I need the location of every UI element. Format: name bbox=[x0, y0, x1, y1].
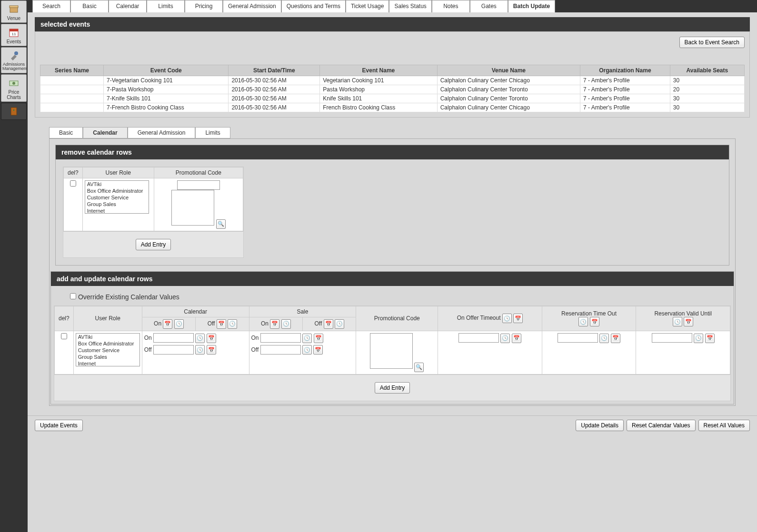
calendar-icon[interactable]: 📅 bbox=[512, 334, 521, 343]
sub-tab-calendar[interactable]: Calendar bbox=[83, 127, 127, 138]
res-timeout-input[interactable] bbox=[558, 333, 598, 343]
top-tab-basic[interactable]: Basic bbox=[70, 0, 109, 12]
add-entry-button[interactable]: Add Entry bbox=[136, 239, 171, 250]
search-icon[interactable]: 🔍 bbox=[414, 363, 424, 372]
clock-icon[interactable]: 🕓 bbox=[174, 319, 184, 329]
footer-bar: Update Events Update Details Reset Calen… bbox=[28, 415, 757, 435]
reset-calendar-button[interactable]: Reset Calendar Values bbox=[627, 420, 696, 431]
list-item[interactable]: Group Sales bbox=[76, 354, 139, 360]
sidebar-item-venue[interactable]: Venue bbox=[1, 0, 27, 23]
table-row[interactable]: 7-French Bistro Cooking Class2016-05-30 … bbox=[40, 103, 745, 112]
clock-icon[interactable]: 🕓 bbox=[195, 345, 205, 355]
clock-icon[interactable]: 🕓 bbox=[195, 334, 205, 343]
top-tab-limits[interactable]: Limits bbox=[147, 0, 185, 12]
top-tab-notes[interactable]: Notes bbox=[432, 0, 470, 12]
calendar-icon[interactable]: 📅 bbox=[314, 334, 323, 343]
sub-tab-general-admission[interactable]: General Admission bbox=[128, 127, 196, 138]
clock-icon[interactable]: 🕓 bbox=[599, 334, 609, 343]
del-checkbox[interactable] bbox=[70, 180, 76, 187]
user-role-list[interactable]: AVTikiBox Office AdministratorCustomer S… bbox=[85, 180, 149, 214]
calendar-icon[interactable]: 📅 bbox=[207, 334, 216, 343]
add-entry-button[interactable]: Add Entry bbox=[375, 382, 410, 394]
list-item[interactable]: Group Sales bbox=[85, 201, 149, 207]
user-role-list[interactable]: AVTikiBox Office AdministratorCustomer S… bbox=[76, 333, 140, 366]
sale-on-input[interactable] bbox=[260, 333, 301, 343]
clock-icon[interactable]: 🕓 bbox=[502, 314, 512, 323]
calendar-icon[interactable]: 📅 bbox=[513, 314, 523, 323]
cal-off-input[interactable] bbox=[153, 345, 194, 355]
promo-textarea[interactable] bbox=[171, 190, 214, 226]
clock-icon[interactable]: 🕓 bbox=[281, 319, 291, 329]
calendar-icon[interactable]: 📅 bbox=[207, 345, 216, 355]
clock-icon[interactable]: 🕓 bbox=[694, 334, 703, 343]
table-row[interactable]: 7-Knife Skills 1012016-05-30 02:56 AMKni… bbox=[40, 94, 745, 103]
sidebar-label: Admissions Management bbox=[2, 62, 25, 71]
promo-textarea[interactable] bbox=[370, 333, 413, 369]
calendar-icon[interactable]: 📅 bbox=[324, 319, 333, 329]
col-header: Available Seats bbox=[670, 65, 744, 76]
svg-point-7 bbox=[12, 82, 15, 85]
col-sale: Sale bbox=[249, 306, 356, 317]
sidebar-item-events[interactable]: 11 Events bbox=[1, 24, 27, 46]
calendar-icon[interactable]: 📅 bbox=[313, 345, 323, 355]
clock-icon[interactable]: 🕓 bbox=[500, 334, 510, 343]
clock-icon[interactable]: 🕓 bbox=[335, 319, 344, 329]
sale-off-input[interactable] bbox=[260, 345, 301, 355]
sub-tab-limits[interactable]: Limits bbox=[195, 127, 230, 138]
list-item[interactable]: Box Office Administrator bbox=[85, 187, 149, 194]
override-checkbox[interactable] bbox=[70, 293, 76, 299]
reset-all-button[interactable]: Reset All Values bbox=[698, 420, 750, 431]
calendar-icon[interactable]: 📅 bbox=[270, 319, 279, 329]
table-row[interactable]: 7-Pasta Workshop2016-05-30 02:56 AMPasta… bbox=[40, 85, 745, 94]
col-offer: On Offer Timeout 🕓 📅 bbox=[438, 306, 542, 331]
res-valid-input[interactable] bbox=[652, 333, 692, 343]
sidebar-item-admissions[interactable]: Admissions Management bbox=[1, 47, 27, 73]
list-item[interactable]: Box Office Administrator bbox=[76, 340, 139, 347]
update-events-button[interactable]: Update Events bbox=[35, 420, 83, 431]
list-item[interactable]: AVTiki bbox=[76, 334, 139, 340]
del-checkbox[interactable] bbox=[61, 333, 67, 339]
col-cal-on: On 📅 🕓 bbox=[142, 317, 196, 331]
calendar-icon[interactable]: 📅 bbox=[611, 334, 620, 343]
top-tab-gates[interactable]: Gates bbox=[470, 0, 508, 12]
clock-icon[interactable]: 🕓 bbox=[302, 334, 312, 343]
promo-input[interactable] bbox=[177, 180, 220, 190]
calendar-icon[interactable]: 📅 bbox=[590, 317, 599, 326]
sidebar-item-extra[interactable] bbox=[1, 103, 27, 120]
col-calendar: Calendar bbox=[142, 306, 249, 317]
list-item[interactable]: AVTiki bbox=[85, 181, 149, 187]
svg-point-5 bbox=[14, 51, 18, 55]
top-tab-sales-status[interactable]: Sales Status bbox=[389, 0, 431, 12]
list-item[interactable]: Internet bbox=[85, 207, 149, 214]
venue-icon bbox=[8, 3, 20, 15]
list-item[interactable]: Customer Service bbox=[85, 194, 149, 201]
top-tab-search[interactable]: Search bbox=[32, 0, 70, 12]
top-tab-ticket-usage[interactable]: Ticket Usage bbox=[346, 0, 389, 12]
sub-tab-basic[interactable]: Basic bbox=[49, 127, 83, 138]
clock-icon[interactable]: 🕓 bbox=[673, 317, 682, 326]
top-tab-questions-and-terms[interactable]: Questions and Terms bbox=[281, 0, 346, 12]
top-tabs: SearchBasicCalendarLimitsPricingGeneral … bbox=[28, 0, 757, 12]
top-tab-pricing[interactable]: Pricing bbox=[185, 0, 223, 12]
clock-icon[interactable]: 🕓 bbox=[302, 345, 312, 355]
top-tab-batch-update[interactable]: Batch Update bbox=[508, 0, 555, 12]
offer-input[interactable] bbox=[458, 333, 499, 343]
clock-icon[interactable]: 🕓 bbox=[578, 317, 588, 326]
add-rows-header: add and update calendar rows bbox=[51, 272, 734, 286]
table-row[interactable]: 7-Vegetarian Cooking 1012016-05-30 02:56… bbox=[40, 76, 745, 85]
calendar-icon[interactable]: 📅 bbox=[217, 319, 226, 329]
update-details-button[interactable]: Update Details bbox=[576, 420, 624, 431]
list-item[interactable]: Internet bbox=[76, 360, 139, 366]
search-icon[interactable]: 🔍 bbox=[216, 219, 226, 229]
calendar-icon[interactable]: 📅 bbox=[705, 334, 715, 343]
clock-icon[interactable]: 🕓 bbox=[228, 319, 237, 329]
cal-on-input[interactable] bbox=[153, 333, 194, 343]
svg-rect-1 bbox=[10, 6, 18, 8]
top-tab-calendar[interactable]: Calendar bbox=[109, 0, 147, 12]
back-to-search-button[interactable]: Back to Event Search bbox=[679, 37, 745, 48]
calendar-icon[interactable]: 📅 bbox=[684, 317, 693, 326]
top-tab-general-admission[interactable]: General Admission bbox=[223, 0, 281, 12]
sidebar-item-price-charts[interactable]: Price Charts bbox=[1, 74, 27, 102]
calendar-icon[interactable]: 📅 bbox=[163, 319, 172, 329]
list-item[interactable]: Customer Service bbox=[76, 347, 139, 354]
